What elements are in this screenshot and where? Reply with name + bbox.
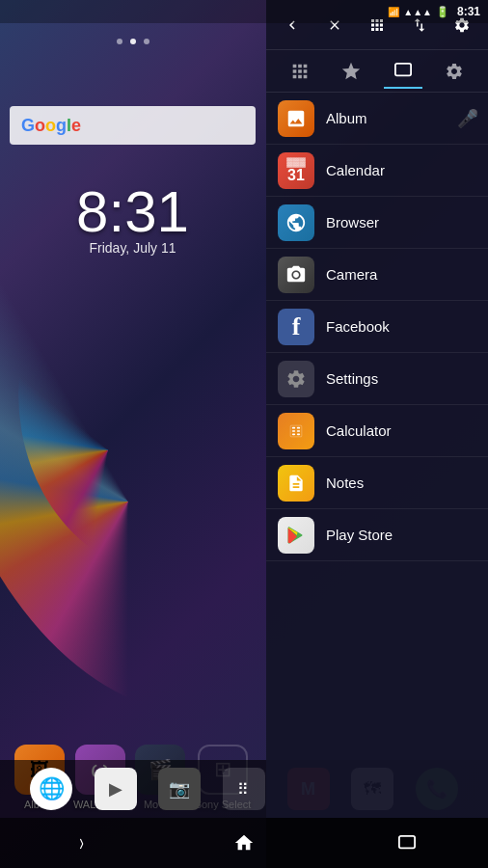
mic-hint-icon: 🎤 xyxy=(457,108,478,129)
tab-recent[interactable] xyxy=(384,54,422,89)
facebook-app-icon: f xyxy=(278,309,314,345)
chrome-dock-icon[interactable]: 🌐 xyxy=(30,768,72,810)
status-icons: 📶 ▲▲▲ 🔋 8:31 xyxy=(388,5,480,18)
drawer-item-camera[interactable]: Camera xyxy=(266,249,488,301)
svg-rect-7 xyxy=(297,433,300,435)
wifi-icon: ▲▲▲ xyxy=(403,7,432,17)
notes-icon-svg xyxy=(286,474,306,493)
search-bar[interactable]: Google xyxy=(10,106,256,145)
clock-time: 8:31 xyxy=(0,178,265,245)
camera-app-icon xyxy=(278,257,314,293)
launcher-icon[interactable]: ⠿ xyxy=(223,768,265,810)
drawer-item-settings[interactable]: Settings xyxy=(266,353,488,405)
star-icon xyxy=(340,61,362,82)
apps-grid-icon xyxy=(289,61,311,82)
svg-rect-0 xyxy=(399,836,415,849)
nav-bar: ‹ xyxy=(0,818,488,868)
svg-rect-4 xyxy=(292,430,295,432)
tab-apps[interactable] xyxy=(281,54,319,89)
status-bar: 📶 ▲▲▲ 🔋 8:31 xyxy=(0,0,488,23)
svg-rect-6 xyxy=(292,433,295,435)
svg-rect-3 xyxy=(297,426,300,428)
clock-date: Friday, July 11 xyxy=(0,240,265,256)
dot-3 xyxy=(144,39,149,44)
album-app-icon xyxy=(278,100,314,137)
battery-icon: 🔋 xyxy=(436,6,449,18)
browser-icon-svg xyxy=(285,212,307,233)
playstore-dock-icon[interactable]: ▶ xyxy=(95,768,137,810)
drawer-item-calendar[interactable]: ▓▓▓ 31 Calendar xyxy=(266,145,488,197)
album-app-label: Album xyxy=(326,110,476,126)
calendar-app-icon: ▓▓▓ 31 xyxy=(278,152,314,189)
album-icon-svg xyxy=(285,108,307,129)
recent-windows-icon xyxy=(393,62,414,79)
clock-area: 8:31 Friday, July 11 xyxy=(0,178,265,256)
calculator-app-icon xyxy=(278,413,314,449)
google-logo: Google xyxy=(21,116,81,136)
notes-app-label: Notes xyxy=(326,475,476,491)
browser-app-icon xyxy=(278,204,314,241)
playstore-app-icon xyxy=(278,517,314,554)
camera-app-label: Camera xyxy=(326,266,476,283)
settings-app-icon xyxy=(278,361,314,397)
svg-rect-2 xyxy=(292,426,295,428)
camera-dock-icon[interactable]: 📷 xyxy=(158,768,201,810)
dot-1 xyxy=(117,39,122,44)
status-time: 8:31 xyxy=(457,5,480,18)
calendar-app-label: Calendar xyxy=(326,162,476,178)
facebook-app-label: Facebook xyxy=(326,318,476,335)
calculator-app-label: Calculator xyxy=(326,422,476,439)
camera-icon-svg xyxy=(285,264,307,285)
calculator-icon-svg xyxy=(286,421,306,441)
playstore-app-label: Play Store xyxy=(326,527,476,543)
notes-app-icon xyxy=(278,465,314,502)
svg-rect-5 xyxy=(297,430,300,432)
playstore-icon-svg xyxy=(285,525,307,546)
tab-favorites[interactable] xyxy=(332,54,370,89)
drawer-app-list: Album 🎤 ▓▓▓ 31 Calendar Browser xyxy=(266,93,488,868)
drawer-item-facebook[interactable]: f Facebook xyxy=(266,301,488,353)
app-drawer: Album 🎤 ▓▓▓ 31 Calendar Browser xyxy=(266,0,488,868)
signal-icon: 📶 xyxy=(388,7,399,17)
drawer-settings-tab-icon xyxy=(445,62,464,81)
page-dots xyxy=(0,39,265,44)
drawer-item-notes[interactable]: Notes xyxy=(266,457,488,509)
browser-app-label: Browser xyxy=(326,214,476,231)
drawer-item-browser[interactable]: Browser xyxy=(266,197,488,249)
nav-home-button[interactable] xyxy=(226,825,262,861)
nav-back-button[interactable]: ‹ xyxy=(63,825,99,861)
drawer-tabs xyxy=(266,50,488,93)
dot-2 xyxy=(130,39,136,44)
settings-app-label: Settings xyxy=(326,370,476,387)
back-icon: ‹ xyxy=(79,827,83,857)
settings-icon-svg xyxy=(285,368,307,390)
drawer-item-album[interactable]: Album 🎤 xyxy=(266,93,488,145)
nav-recent-button[interactable] xyxy=(389,825,425,861)
drawer-item-playstore[interactable]: Play Store xyxy=(266,509,488,561)
recents-icon xyxy=(396,834,418,852)
drawer-item-calculator[interactable]: Calculator xyxy=(266,405,488,457)
tab-settings[interactable] xyxy=(435,54,474,89)
home-icon xyxy=(233,832,255,854)
svg-rect-1 xyxy=(395,63,411,75)
